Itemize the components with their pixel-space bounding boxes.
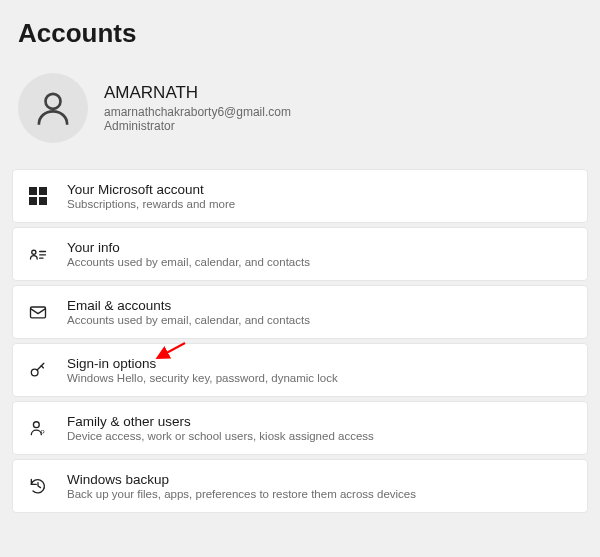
avatar [18, 73, 88, 143]
row-signin-options[interactable]: Sign-in options Windows Hello, security … [12, 343, 588, 397]
user-info: AMARNATH amarnathchakraborty6@gmail.com … [104, 83, 291, 133]
row-subtitle: Back up your files, apps, preferences to… [67, 488, 416, 500]
user-email: amarnathchakraborty6@gmail.com [104, 105, 291, 119]
id-card-icon [27, 243, 49, 265]
row-microsoft-account[interactable]: Your Microsoft account Subscriptions, re… [12, 169, 588, 223]
svg-rect-2 [39, 187, 47, 195]
row-text: Sign-in options Windows Hello, security … [67, 356, 338, 384]
backup-icon [27, 475, 49, 497]
row-text: Windows backup Back up your files, apps,… [67, 472, 416, 500]
svg-rect-3 [29, 197, 37, 205]
row-subtitle: Accounts used by email, calendar, and co… [67, 256, 310, 268]
row-email-accounts[interactable]: Email & accounts Accounts used by email,… [12, 285, 588, 339]
row-family-users[interactable]: Family & other users Device access, work… [12, 401, 588, 455]
user-card: AMARNATH amarnathchakraborty6@gmail.com … [18, 73, 588, 143]
row-subtitle: Windows Hello, security key, password, d… [67, 372, 338, 384]
mail-icon [27, 301, 49, 323]
row-subtitle: Subscriptions, rewards and more [67, 198, 235, 210]
key-icon [27, 359, 49, 381]
row-title: Email & accounts [67, 298, 310, 313]
row-title: Windows backup [67, 472, 416, 487]
svg-point-13 [33, 422, 39, 428]
row-text: Family & other users Device access, work… [67, 414, 374, 442]
row-title: Your Microsoft account [67, 182, 235, 197]
svg-rect-4 [39, 197, 47, 205]
svg-point-0 [46, 94, 61, 109]
user-role: Administrator [104, 119, 291, 133]
svg-rect-1 [29, 187, 37, 195]
svg-rect-9 [31, 307, 46, 318]
settings-list: Your Microsoft account Subscriptions, re… [12, 169, 588, 513]
family-icon [27, 417, 49, 439]
row-text: Your Microsoft account Subscriptions, re… [67, 182, 235, 210]
row-title: Your info [67, 240, 310, 255]
svg-line-12 [159, 343, 185, 357]
row-text: Email & accounts Accounts used by email,… [67, 298, 310, 326]
person-icon [33, 88, 73, 128]
row-title: Sign-in options [67, 356, 338, 371]
row-title: Family & other users [67, 414, 374, 429]
svg-point-5 [32, 250, 36, 254]
row-subtitle: Accounts used by email, calendar, and co… [67, 314, 310, 326]
windows-icon [27, 185, 49, 207]
page-title: Accounts [18, 18, 588, 49]
row-your-info[interactable]: Your info Accounts used by email, calend… [12, 227, 588, 281]
row-windows-backup[interactable]: Windows backup Back up your files, apps,… [12, 459, 588, 513]
user-name: AMARNATH [104, 83, 291, 103]
row-subtitle: Device access, work or school users, kio… [67, 430, 374, 442]
row-text: Your info Accounts used by email, calend… [67, 240, 310, 268]
